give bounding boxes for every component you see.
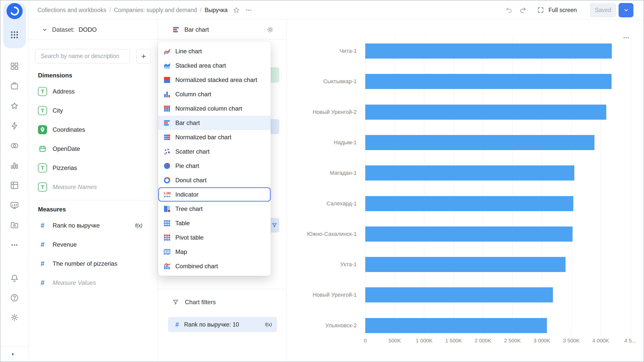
chart-type-option-stacked-area-chart[interactable]: Stacked area chart [158, 58, 271, 73]
measures-list: #Rank по выручкеf(x)#Revenue#The number … [28, 216, 157, 292]
chevron-down-icon[interactable] [42, 26, 48, 33]
chart-type-option-tree-chart[interactable]: Tree chart [158, 202, 271, 216]
chart-type-option-table[interactable]: Table [158, 216, 271, 230]
chart-type-option-indicator[interactable]: 1.2MIndicator [158, 187, 271, 202]
chart-type-option-normalized-stacked-area-chart[interactable]: Normalized stacked area chart [158, 73, 271, 87]
add-field-button[interactable] [136, 49, 151, 63]
rail-item-help[interactable] [9, 292, 20, 303]
rail-item-quick-actions[interactable] [9, 120, 20, 131]
bar[interactable] [365, 74, 612, 89]
rail-item-charts[interactable] [9, 160, 20, 171]
bar[interactable] [365, 165, 574, 180]
rail-item-collections[interactable] [9, 61, 20, 72]
favorite-star-icon[interactable] [233, 7, 240, 14]
chart-type-option-label: Scatter chart [175, 148, 210, 155]
plus-icon [140, 53, 147, 60]
rail-item-workbooks[interactable] [9, 80, 20, 92]
rail-item-more[interactable] [9, 239, 20, 250]
bar-chart-icon [172, 26, 180, 33]
category-label: Надым-1 [287, 139, 357, 147]
redo-button[interactable] [517, 5, 529, 16]
field-label: Pizzerias [53, 164, 77, 171]
field-item[interactable]: #Revenue [28, 235, 157, 254]
chart-type-option-normalized-column-chart[interactable]: Normalized column chart [158, 101, 271, 116]
bar[interactable] [365, 105, 606, 120]
chart-settings-gear-icon[interactable] [266, 26, 274, 33]
breadcrumb-item[interactable]: Companies: supply and demand [114, 7, 197, 14]
favorites-star-icon [10, 101, 19, 111]
save-menu-button[interactable] [619, 3, 633, 17]
field-item[interactable]: OpenDate [28, 139, 157, 158]
indicator-icon: 1.2M [163, 191, 171, 198]
stacked-area-icon [163, 62, 171, 69]
left-rail [1, 1, 28, 361]
chart-type-option-map[interactable]: Map [158, 245, 271, 259]
rail-item-dashboards[interactable] [9, 200, 20, 211]
chart-type-option-normalized-bar-chart[interactable]: Normalized bar chart [158, 130, 271, 144]
chart-type-option-label: Pie chart [175, 162, 199, 169]
field-item[interactable]: TPizzerias [28, 158, 157, 177]
chart-type-option-column-chart[interactable]: Column chart [158, 87, 271, 101]
bell-icon [10, 274, 19, 283]
combined-chart-icon [163, 262, 171, 270]
search-input[interactable] [35, 49, 130, 63]
chart-type-option-pivot-table[interactable]: Pivot table [158, 230, 271, 245]
field-item[interactable]: Coordinates [28, 120, 157, 139]
field-search-row [28, 39, 157, 63]
rail-item-bell[interactable] [9, 273, 20, 284]
rail-item-tables[interactable] [9, 180, 20, 191]
filter-chip[interactable]: # Rank по выручке: 10 f(x) [168, 317, 277, 332]
breadcrumb-item[interactable]: Collections and workbooks [37, 7, 106, 14]
breadcrumb-more-icon[interactable] [245, 7, 252, 14]
rail-item-relations[interactable] [9, 140, 20, 151]
bar[interactable] [365, 135, 594, 150]
rail-item-storage[interactable] [9, 219, 20, 231]
sort-icon [271, 222, 278, 229]
bar[interactable] [365, 196, 573, 211]
measure-number-icon: # [173, 321, 181, 328]
rail-footer [1, 346, 28, 361]
chart-type-option-line-chart[interactable]: Line chart [158, 44, 271, 58]
dataset-header[interactable]: Dataset: DODO [28, 20, 157, 39]
field-item[interactable]: #Measure Values [28, 273, 157, 292]
field-item[interactable]: TCity [28, 101, 157, 120]
chart-type-option-pie-chart[interactable]: Pie chart [158, 159, 271, 173]
fullscreen-label[interactable]: Full screen [549, 7, 577, 14]
measure-chip-fragment[interactable] [271, 119, 279, 134]
dataset-name[interactable]: DODO [78, 26, 97, 33]
chart-filters-header: Chart filters [172, 298, 216, 306]
bar[interactable] [365, 318, 547, 333]
dimension-text-icon: T [38, 106, 47, 115]
expand-rail-icon[interactable] [10, 351, 16, 357]
settings-gear-icon [10, 313, 19, 322]
category-label: Южно-Сахалинск-1 [287, 230, 357, 238]
bar[interactable] [365, 227, 573, 242]
rail-item-favorites-star[interactable] [9, 100, 20, 111]
chart-type-option-scatter-chart[interactable]: Scatter chart [158, 144, 271, 159]
field-item[interactable]: #The number of pizzerias [28, 254, 157, 273]
chart-menu-icon[interactable] [622, 34, 630, 41]
bar[interactable] [365, 257, 566, 272]
bar[interactable] [365, 287, 553, 302]
field-item[interactable]: TMeasure Names [28, 177, 157, 197]
rail-item-settings-gear[interactable] [9, 312, 20, 323]
dimension-chip-fragment[interactable] [271, 67, 279, 83]
chart-type-option-label: Normalized bar chart [175, 134, 231, 141]
measures-title: Measures [38, 206, 157, 213]
chart-type-selector[interactable]: Bar chart [158, 20, 287, 39]
field-item[interactable]: TAddress [28, 82, 157, 101]
saved-button[interactable]: Saved [590, 3, 616, 17]
bar[interactable] [365, 43, 612, 59]
chart-type-option-donut-chart[interactable]: Donut chart [158, 173, 271, 187]
chart-type-option-combined-chart[interactable]: Combined chart [158, 259, 271, 273]
fullscreen-button[interactable] [535, 5, 546, 16]
datalens-logo[interactable] [7, 3, 23, 19]
chart-type-option-label: Normalized stacked area chart [175, 76, 257, 83]
undo-button[interactable] [503, 5, 514, 16]
dataset-label: Dataset: [52, 26, 74, 33]
chart-type-option-bar-chart[interactable]: Bar chart [158, 116, 271, 130]
apps-grid-icon[interactable] [9, 29, 20, 40]
breadcrumb-item[interactable]: Выручка [205, 7, 227, 14]
sort-chip-fragment[interactable] [271, 218, 279, 233]
field-item[interactable]: #Rank по выручкеf(x) [28, 216, 157, 235]
